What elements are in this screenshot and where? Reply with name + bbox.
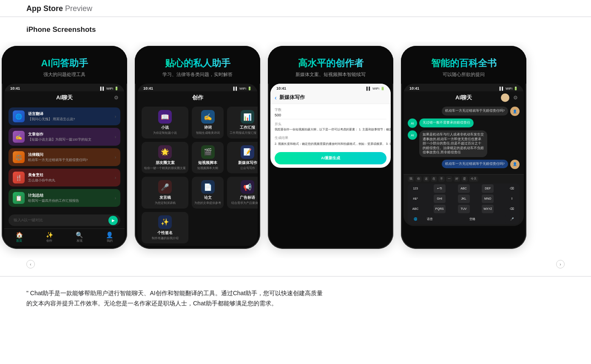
phone3-statusbar: 10:41 ▌▌ WiFi 🔋: [270, 84, 391, 91]
creation-item-report[interactable]: 📊 工作汇报 工作周报或月报汇报，日报: [227, 107, 258, 138]
gear-icon-4[interactable]: ⚙: [513, 95, 518, 101]
key-symbols[interactable]: #&*: [409, 195, 421, 203]
phone3-promo: 高水平的创作者 新媒体文案、短视频脚本智能续写: [268, 46, 393, 84]
creation-item-novel[interactable]: 📖 小说 为你定制短篇小说: [142, 107, 188, 138]
creation-item-poem[interactable]: ✍️ 诗词 智能生成唯美诗词: [192, 107, 224, 138]
key-jkl[interactable]: JKL: [458, 195, 470, 203]
phone1-time: 10:41: [10, 86, 20, 90]
wifi-icon: WiFi: [106, 87, 113, 90]
phone3-time: 10:41: [276, 86, 286, 90]
creation-item-video[interactable]: 🎬 短视频脚本 短视频脚本大纲: [192, 142, 224, 173]
tab-home[interactable]: 🏠 首页: [16, 231, 23, 243]
signal-icon: ▌▌: [100, 87, 105, 90]
scroll-left-arrow[interactable]: ‹: [26, 260, 35, 268]
novel-icon: 📖: [158, 110, 172, 124]
phone3-body: 字数 500 开头 我想要创作一份短视频拍摄大纲，以下是一些可以考虑的要素： 1…: [270, 104, 391, 150]
creation-item-ad[interactable]: 📢 广告标语 结合需求为产品量身定制: [227, 177, 258, 208]
creation-item-name-3: 工作汇报: [230, 125, 258, 130]
suggest-word-3[interactable]: 这: [423, 176, 429, 182]
key-123[interactable]: 123: [409, 184, 421, 193]
creation-item-desc-10: 制作有趣的自我介绍: [144, 237, 186, 240]
suggest-word-4[interactable]: 在: [431, 176, 437, 182]
scroll-right-arrow[interactable]: ›: [556, 260, 565, 268]
tab-create[interactable]: ✨ 创作: [46, 231, 53, 243]
paper-icon: 📄: [201, 180, 215, 194]
chat-item-text-2: 文章创作 【短篇小说主题】为我写一篇100字的短文: [28, 132, 111, 142]
tab-profile[interactable]: 👤 我的: [106, 231, 113, 243]
signal-icon: ▌▌: [500, 87, 504, 90]
creation-item-media[interactable]: 📝 新媒体写作 公众号写作: [227, 142, 258, 173]
phone-frame-3: 高水平的创作者 新媒体文案、短视频脚本智能续写 10:41 ▌▌ WiFi 🔋 …: [268, 46, 393, 249]
phone3-status-icons: ▌▌ WiFi 🔋: [367, 87, 385, 90]
tab-discover[interactable]: 🔍 发现: [76, 231, 83, 243]
creation-item-name-8: 论文: [194, 195, 221, 200]
phone3-promo-title: 高水平的创作者: [276, 58, 386, 69]
creation-item-signature[interactable]: ✨ 个性签名 制作有趣的自我介绍: [142, 212, 188, 243]
phone1-input-area[interactable]: 输入A以一键对比 ▶: [9, 214, 120, 226]
phone3-screen-title: 新媒体写作: [279, 94, 305, 101]
key-tuv[interactable]: TUV: [458, 205, 470, 213]
creation-item-speech[interactable]: 🎤 发言稿 为您定制演讲稿: [142, 177, 188, 208]
kb-row-1: 123 ↩Ti ABC DEF ⌫: [408, 183, 520, 194]
creation-item-name-1: 小说: [144, 125, 186, 130]
result-text: 2. 视频长度和格式：确定您的视频需要的播放时间和拍摄格式，例如：竖屏或横屏。 …: [275, 142, 386, 147]
battery-icon: 🔋: [381, 87, 385, 90]
creation-item-name-6: 新媒体写作: [230, 161, 258, 166]
chevron-right-icon-2: ›: [115, 135, 116, 139]
suggest-word-7[interactable]: 好: [454, 176, 460, 182]
key-abc-switch[interactable]: ABC: [409, 205, 421, 213]
suggest-word-2[interactable]: 你: [415, 176, 422, 182]
back-icon[interactable]: ‹: [275, 94, 277, 101]
phone3-screen: 10:41 ▌▌ WiFi 🔋 ‹ 新媒体写作 字数 500 开头 我想要创作一…: [270, 84, 391, 168]
key-def[interactable]: DEF: [482, 184, 494, 193]
kb-row-3: ABC PQRS TUV WXYZ ⌫: [408, 204, 520, 214]
key-shift[interactable]: ⇧: [506, 195, 518, 203]
key-abc[interactable]: ABC: [458, 184, 470, 193]
gear-icon[interactable]: ⚙: [114, 95, 119, 101]
send-button-1[interactable]: ▶: [108, 216, 118, 225]
phone4-screen: 10:41 ▌▌ WiFi 🔋 AI聊天 ⚙ 👤 机动: [403, 84, 524, 226]
chat-item-name-2: 文章创作: [28, 132, 111, 137]
suggest-word-5[interactable]: 不: [438, 176, 445, 182]
video-icon: 🎬: [201, 145, 215, 159]
regenerate-button[interactable]: AI重新生成: [275, 152, 386, 164]
phone-frame-4: 智能的百科全书 可以随心所欲的提问 10:41 ▌▌ WiFi 🔋 AI聊天 ⚙: [401, 46, 526, 249]
suggest-word-1[interactable]: 我: [408, 176, 414, 182]
field-label-wordcount: 字数: [275, 107, 386, 112]
key-mic[interactable]: 🎤: [506, 215, 518, 223]
key-mno[interactable]: MNO: [482, 195, 494, 203]
phone2-statusbar: 10:41 ▌▌ WiFi 🔋: [137, 84, 258, 91]
key-wxyz[interactable]: WXYZ: [482, 205, 494, 213]
list-item[interactable]: 🍴 美食烹饪 怎么做小份牛肉丸 ›: [9, 169, 120, 186]
phone4-screen-title: AI聊天: [455, 94, 472, 102]
key-globe[interactable]: 🌐: [409, 215, 421, 223]
phone2-screen-header: 创作: [137, 91, 258, 104]
chevron-right-icon-3: ›: [115, 155, 116, 160]
list-item[interactable]: 🌐 语言翻译 【我问心无愧】 用英语怎么说? ›: [9, 107, 120, 125]
wifi-icon: WiFi: [506, 87, 512, 90]
battery-icon: 🔋: [247, 87, 252, 90]
creation-item-name-4: 朋友圈文案: [144, 161, 186, 166]
key-ghi[interactable]: GHI: [434, 195, 446, 203]
suggest-word-6[interactable]: 一: [446, 176, 452, 182]
key-space[interactable]: 空格: [438, 215, 506, 223]
key-ti[interactable]: ↩Ti: [434, 184, 446, 193]
suggest-word-9[interactable]: 今天: [469, 176, 478, 182]
list-item[interactable]: ✍️ 文章创作 【短篇小说主题】为我写一篇100字的短文 ›: [9, 128, 120, 146]
screenshots-scroll[interactable]: AI问答助手 强大的问题处理工具 10:41 ▌▌ WiFi 🔋 AI聊天 ⚙: [0, 42, 591, 258]
tab-discover-label: 发现: [76, 239, 83, 243]
key-backspace-1[interactable]: ⌫: [506, 184, 518, 193]
key-voice[interactable]: 语音: [421, 215, 438, 223]
chat-item-name-4: 美食烹饪: [28, 172, 111, 178]
suggest-word-8[interactable]: 是: [461, 176, 468, 182]
list-item[interactable]: 📋 计划总结 给我写一篇四月份的工作汇报报告 ›: [9, 189, 120, 207]
creation-item-moments[interactable]: 🌟 朋友圈文案 给你一键一个精美的朋友圈文案: [142, 142, 188, 173]
creation-item-paper[interactable]: 📄 论文 为您的文章提供参考: [192, 177, 224, 208]
key-backspace-2[interactable]: ⌫: [506, 205, 518, 213]
phone1-promo-title: AI问答助手: [9, 58, 119, 69]
phone2-screen: 10:41 ▌▌ WiFi 🔋 创作 📖 小说 为你定制短篇小说: [137, 84, 258, 246]
key-pqrs[interactable]: PQRS: [434, 205, 446, 213]
chevron-right-icon-1: ›: [115, 114, 116, 119]
phone2-status-icons: ▌▌ WiFi 🔋: [233, 87, 252, 90]
list-item[interactable]: ⚖️ 法律顾问 机动车一方无过错就等于无赔偿责任吗? ›: [9, 148, 120, 166]
